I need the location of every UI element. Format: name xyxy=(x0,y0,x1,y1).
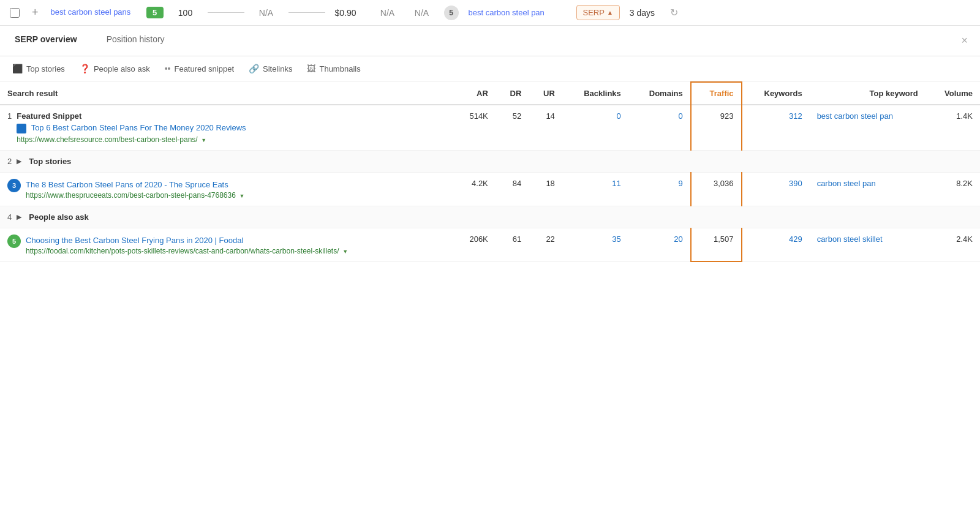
top-bar: + best carbon steel pans 5 100 N/A $0.90… xyxy=(0,0,980,26)
refresh-icon[interactable]: ↻ xyxy=(670,7,678,18)
result-link[interactable]: Choosing the Best Carbon Steel Frying Pa… xyxy=(26,236,243,245)
filter-sitelinks[interactable]: 🔗 Sitelinks xyxy=(249,64,292,73)
cell-top-keyword[interactable]: carbon steel skillet xyxy=(810,228,925,261)
price-value: $0.90 xyxy=(335,8,366,18)
filter-bar: ⬛ Top stories ❓ People also ask •• Featu… xyxy=(0,56,980,81)
filter-top-stories[interactable]: ⬛ Top stories xyxy=(12,64,65,73)
cell-search-result: 5 Choosing the Best Carbon Steel Frying … xyxy=(0,228,453,261)
cell-search-result: 1 Featured Snippet Top 6 Best Carbon Ste… xyxy=(0,105,453,150)
add-button[interactable]: + xyxy=(29,6,41,19)
col-traffic: Traffic xyxy=(691,82,742,105)
position-number: 2 xyxy=(7,157,12,166)
results-table: Search result AR DR UR Backlinks Domains… xyxy=(0,81,980,262)
serp-arrow-icon: ▲ xyxy=(607,9,613,16)
cell-ur: 22 xyxy=(529,228,562,261)
section-title: Top stories xyxy=(29,157,71,166)
cell-keywords[interactable]: 390 xyxy=(742,172,810,206)
featured-icon xyxy=(17,124,26,133)
tab-serp-overview[interactable]: SERP overview xyxy=(0,26,92,56)
url-dropdown-icon[interactable]: ▼ xyxy=(342,249,348,255)
results-table-wrapper: Search result AR DR UR Backlinks Domains… xyxy=(0,81,980,262)
cell-domains[interactable]: 20 xyxy=(628,228,691,261)
section-title: People also ask xyxy=(29,212,89,222)
serp-button[interactable]: SERP ▲ xyxy=(576,5,620,20)
cell-top-keyword[interactable]: carbon steel pan xyxy=(810,172,925,206)
cell-traffic: 923 xyxy=(691,105,742,150)
table-row: 1 Featured Snippet Top 6 Best Carbon Ste… xyxy=(0,105,980,150)
result-url[interactable]: https://foodal.com/kitchen/pots-pots-ski… xyxy=(26,247,339,255)
cell-dr: 52 xyxy=(496,105,529,150)
cell-dr: 61 xyxy=(496,228,529,261)
result-link[interactable]: Top 6 Best Carbon Steel Pans For The Mon… xyxy=(31,123,246,132)
top-stories-icon: ⬛ xyxy=(12,64,23,73)
col-volume: Volume xyxy=(925,82,980,105)
cell-keywords[interactable]: 312 xyxy=(742,105,810,150)
col-domains: Domains xyxy=(628,82,691,105)
position-number: 1 xyxy=(7,111,12,121)
table-row: 3 The 8 Best Carbon Steel Pans of 2020 -… xyxy=(0,172,980,206)
col-backlinks: Backlinks xyxy=(562,82,628,105)
position-badge: 5 xyxy=(146,7,164,18)
cell-ur: 14 xyxy=(529,105,562,150)
cell-keywords[interactable]: 429 xyxy=(742,228,810,261)
col-ur: UR xyxy=(529,82,562,105)
keyword-text: best carbon steel pans xyxy=(51,7,137,18)
cell-dr: 84 xyxy=(496,172,529,206)
col-keywords: Keywords xyxy=(742,82,810,105)
row-label: Featured Snippet xyxy=(17,111,246,121)
position-badge-blue: 3 xyxy=(7,179,21,192)
table-row: 5 Choosing the Best Carbon Steel Frying … xyxy=(0,228,980,261)
days-text: 3 days xyxy=(630,8,660,18)
row-checkbox[interactable] xyxy=(10,8,20,18)
na-value-3: N/A xyxy=(410,8,434,18)
expand-icon[interactable]: ▶ xyxy=(17,213,21,221)
cell-ar: 514K xyxy=(453,105,495,150)
col-search-result: Search result xyxy=(0,82,453,105)
na-value-1: N/A xyxy=(254,8,279,18)
dash-line-2 xyxy=(288,12,325,13)
cell-volume: 1.4K xyxy=(925,105,980,150)
cell-domains[interactable]: 0 xyxy=(628,105,691,150)
result-url[interactable]: https://www.thespruceeats.com/best-carbo… xyxy=(26,191,236,200)
cell-backlinks[interactable]: 35 xyxy=(562,228,628,261)
cell-ar: 4.2K xyxy=(453,172,495,206)
volume-num: 100 xyxy=(173,8,198,18)
cell-volume: 8.2K xyxy=(925,172,980,206)
col-ar: AR xyxy=(453,82,495,105)
featured-snippet-icon: •• xyxy=(165,64,171,73)
cell-top-keyword[interactable]: best carbon steel pan xyxy=(810,105,925,150)
dash-line xyxy=(208,12,244,13)
filter-thumbnails[interactable]: 🖼 Thumbnails xyxy=(307,64,360,73)
cell-search-result: 3 The 8 Best Carbon Steel Pans of 2020 -… xyxy=(0,172,453,206)
cell-backlinks[interactable]: 0 xyxy=(562,105,628,150)
col-top-keyword: Top keyword xyxy=(810,82,925,105)
filter-people-also-ask[interactable]: ❓ People also ask xyxy=(80,64,150,73)
cell-volume: 2.4K xyxy=(925,228,980,261)
cell-section-label[interactable]: 2 ▶ Top stories xyxy=(0,150,980,172)
cell-traffic: 1,507 xyxy=(691,228,742,261)
table-row-section: 2 ▶ Top stories xyxy=(0,150,980,172)
circle-badge: 5 xyxy=(444,6,459,20)
result-link[interactable]: The 8 Best Carbon Steel Pans of 2020 - T… xyxy=(26,180,228,189)
result-url[interactable]: https://www.chefsresource.com/best-carbo… xyxy=(17,135,197,144)
cell-section-label[interactable]: 4 ▶ People also ask xyxy=(0,206,980,228)
cell-domains[interactable]: 9 xyxy=(628,172,691,206)
tab-position-history[interactable]: Position history xyxy=(92,26,179,56)
cell-ar: 206K xyxy=(453,228,495,261)
tabs-bar: SERP overview Position history × xyxy=(0,26,980,56)
position-number: 4 xyxy=(7,212,12,222)
cell-backlinks[interactable]: 11 xyxy=(562,172,628,206)
cell-traffic: 3,036 xyxy=(691,172,742,206)
keyword-label: best carbon steel pan xyxy=(469,8,567,17)
people-also-ask-icon: ❓ xyxy=(80,64,90,73)
expand-icon[interactable]: ▶ xyxy=(17,157,21,165)
sitelinks-icon: 🔗 xyxy=(249,64,259,73)
thumbnails-icon: 🖼 xyxy=(307,64,315,73)
close-button[interactable]: × xyxy=(949,26,980,56)
filter-featured-snippet[interactable]: •• Featured snippet xyxy=(165,64,234,73)
col-dr: DR xyxy=(496,82,529,105)
na-value-2: N/A xyxy=(375,8,400,18)
url-dropdown-icon[interactable]: ▼ xyxy=(239,193,244,199)
url-dropdown-icon[interactable]: ▼ xyxy=(201,137,206,143)
table-row-section: 4 ▶ People also ask xyxy=(0,206,980,228)
